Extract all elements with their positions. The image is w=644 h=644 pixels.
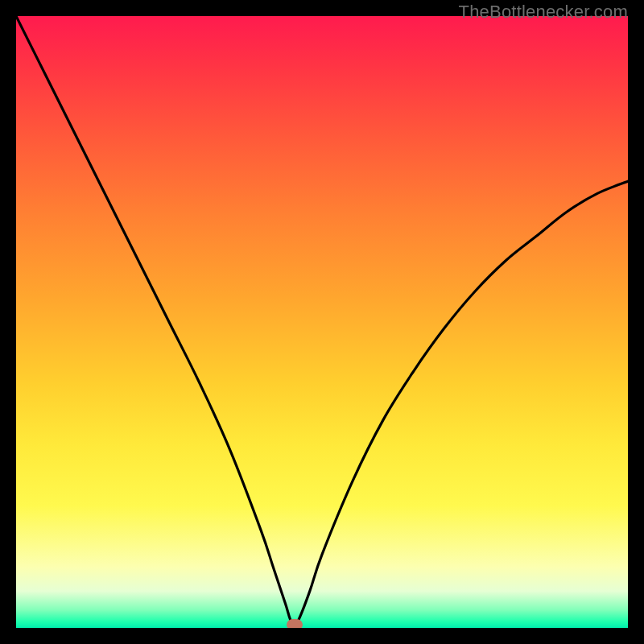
attribution-label: TheBottlenecker.com bbox=[459, 2, 628, 23]
plot-area bbox=[16, 16, 628, 628]
chart-frame: TheBottlenecker.com bbox=[0, 0, 644, 644]
bottleneck-curve-path bbox=[16, 16, 628, 625]
curve-svg bbox=[16, 16, 628, 628]
optimum-marker bbox=[287, 619, 303, 628]
